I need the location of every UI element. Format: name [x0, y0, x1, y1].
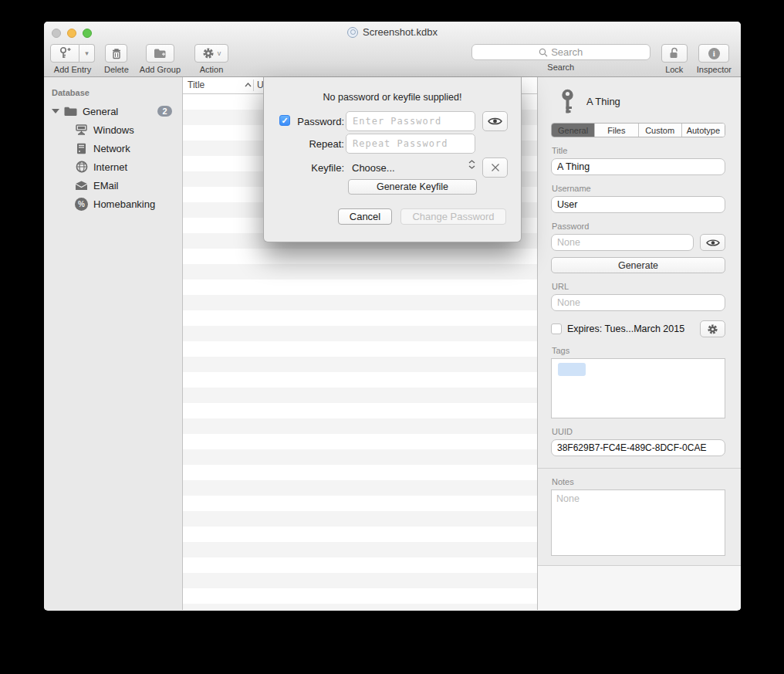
window-title-row: Screenshot.kdbx: [44, 26, 741, 38]
sidebar-item-email[interactable]: EMail: [44, 176, 182, 195]
delete-group: Delete: [104, 44, 129, 74]
column-divider[interactable]: [253, 80, 254, 91]
sidebar-item-label: Network: [93, 143, 130, 154]
envelope-icon: [75, 179, 88, 192]
inspector-label: Inspector: [697, 65, 732, 74]
sidebar-item-label: Homebanking: [93, 198, 155, 210]
inspector-toggle-button[interactable]: i: [698, 44, 729, 63]
add-group-button[interactable]: [146, 44, 174, 63]
inspector-panel: A Thing General Files Custom Autotype Ti…: [537, 77, 741, 610]
add-group-label: Add Group: [140, 65, 181, 74]
dialog-repeat-label: Repeat:: [293, 138, 344, 150]
expires-checkbox[interactable]: [551, 323, 562, 334]
inspector-group: i Inspector: [697, 44, 732, 74]
sidebar-item-homebanking[interactable]: % Homebanking: [44, 195, 182, 213]
computers-icon: [75, 124, 88, 137]
inspector-tabs: General Files Custom Autotype: [551, 123, 725, 137]
username-field[interactable]: [551, 196, 725, 213]
entry-count-badge: 2: [157, 106, 172, 117]
close-x-icon: [491, 163, 500, 172]
dialog-keyfile-label: Keyfile:: [293, 162, 344, 174]
lock-open-icon: [668, 47, 680, 59]
sidebar-item-label: EMail: [93, 180, 119, 191]
username-label: Username: [552, 184, 725, 193]
title-field[interactable]: [551, 158, 725, 175]
cancel-button[interactable]: Cancel: [338, 208, 392, 225]
column-header-title[interactable]: Title: [188, 80, 204, 90]
url-field[interactable]: [551, 294, 725, 311]
password-label: Password: [552, 222, 725, 231]
tab-files[interactable]: Files: [594, 124, 637, 137]
clear-keyfile-button[interactable]: [482, 157, 508, 178]
tab-general[interactable]: General: [552, 124, 594, 137]
eye-icon: [488, 117, 502, 126]
dropdown-arrow-icon: ▾: [85, 49, 89, 57]
expiry-settings-button[interactable]: [700, 320, 725, 337]
entry-header: A Thing: [551, 86, 725, 116]
add-entry-button[interactable]: [50, 44, 79, 63]
tab-autotype[interactable]: Autotype: [681, 124, 725, 137]
enter-password-field[interactable]: [346, 111, 475, 131]
reveal-password-button[interactable]: [700, 234, 725, 251]
check-icon: ✓: [281, 116, 288, 126]
trash-icon: [111, 48, 122, 59]
action-button[interactable]: v: [194, 44, 228, 63]
password-checkbox[interactable]: ✓: [279, 115, 290, 126]
sidebar-item-network[interactable]: Network: [44, 139, 182, 157]
repeat-password-field[interactable]: [346, 134, 475, 154]
gear-icon: [202, 47, 215, 59]
sidebar-item-windows[interactable]: Windows: [44, 120, 182, 139]
percent-icon: %: [75, 198, 88, 211]
globe-icon: [75, 161, 88, 174]
tags-field[interactable]: [551, 358, 725, 418]
add-entry-dropdown-button[interactable]: ▾: [79, 44, 95, 63]
add-group-group: Add Group: [140, 44, 181, 74]
title-label: Title: [552, 146, 725, 155]
sidebar-item-label: Internet: [93, 161, 127, 173]
change-password-sheet: No password or keyfile supplied! ✓ Passw…: [263, 77, 522, 242]
disclosure-triangle-icon[interactable]: [52, 109, 59, 113]
sidebar: Database General 2 Windows Network: [44, 77, 183, 610]
dialog-password-label: Password:: [293, 116, 344, 127]
titlebar-toolbar: Screenshot.kdbx ▾ Add Entry: [44, 22, 741, 77]
app-window: Screenshot.kdbx ▾ Add Entry: [44, 22, 741, 611]
tag-pill[interactable]: [558, 363, 586, 376]
generate-keyfile-button[interactable]: Generate Keyfile: [348, 179, 477, 195]
entry-title: A Thing: [586, 96, 620, 107]
inspector-divider: [538, 468, 741, 469]
delete-label: Delete: [104, 65, 129, 74]
notes-field[interactable]: [551, 489, 725, 556]
toolbar: ▾ Add Entry Delete Add: [44, 42, 741, 77]
folder-plus-icon: [154, 48, 167, 59]
delete-button[interactable]: [105, 44, 127, 63]
chevron-down-icon: v: [218, 49, 221, 57]
search-group: Search Search: [471, 44, 651, 72]
sidebar-item-label: Windows: [93, 124, 134, 136]
sheet-message: No password or keyfile supplied!: [264, 92, 521, 103]
generate-button[interactable]: Generate: [551, 257, 725, 273]
sidebar-item-internet[interactable]: Internet: [44, 157, 182, 176]
document-icon: [347, 27, 358, 38]
tab-custom[interactable]: Custom: [638, 124, 681, 137]
tags-label: Tags: [552, 346, 725, 355]
key-plus-icon: [59, 47, 71, 59]
sort-ascending-icon[interactable]: [245, 83, 252, 87]
lock-label: Lock: [665, 65, 683, 74]
keyfile-popup[interactable]: Choose...: [352, 162, 395, 174]
window-title: Screenshot.kdbx: [363, 26, 438, 38]
search-input[interactable]: Search: [471, 44, 651, 60]
show-password-button[interactable]: [482, 111, 508, 131]
change-password-button[interactable]: Change Password: [400, 208, 506, 225]
eye-icon: [706, 239, 720, 247]
expires-label: Expires: Tues...March 2015: [567, 323, 684, 334]
action-group: v Action: [194, 44, 228, 74]
uuid-label: UUID: [552, 427, 725, 436]
stepper-icon[interactable]: [468, 160, 475, 169]
lock-button[interactable]: [661, 44, 688, 63]
sidebar-item-general[interactable]: General 2: [44, 102, 182, 120]
search-label: Search: [547, 63, 574, 72]
notes-label: Notes: [552, 477, 725, 486]
password-field[interactable]: [551, 234, 694, 251]
uuid-field[interactable]: [551, 439, 725, 456]
search-icon: [539, 48, 548, 57]
